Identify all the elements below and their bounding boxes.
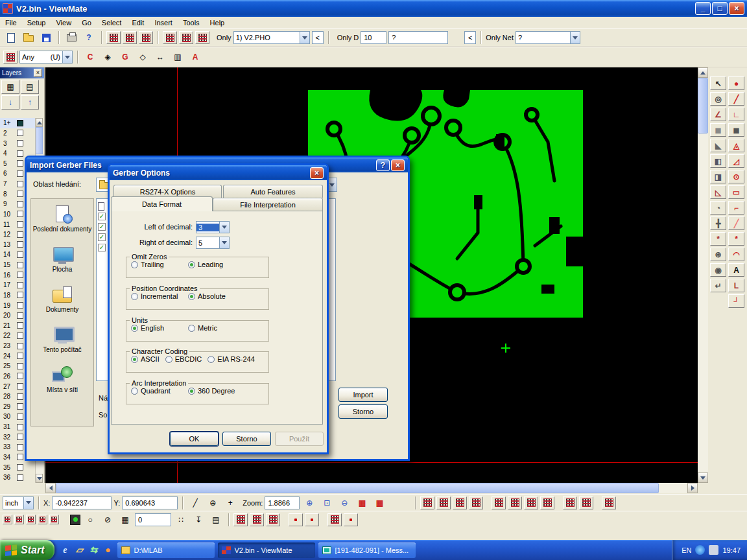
mini-pattern-icon-5[interactable] xyxy=(49,515,59,524)
taskbar-button-mlab[interactable]: D:\MLAB xyxy=(117,542,215,558)
layer-visibility-box[interactable] xyxy=(17,393,23,400)
layer-visibility-box[interactable] xyxy=(17,251,23,258)
dropdown-arrow-icon[interactable] xyxy=(219,237,229,248)
star-burst-icon[interactable]: * xyxy=(710,232,726,246)
text-select-button[interactable]: A xyxy=(187,50,203,64)
layer-visibility-box[interactable] xyxy=(17,241,23,248)
radio-trailing[interactable]: Trailing xyxy=(131,261,188,268)
text-tool-icon[interactable]: A xyxy=(728,263,744,277)
ring-tool-icon[interactable]: ◉ xyxy=(710,263,726,277)
layer-row[interactable]: 3 xyxy=(0,138,36,148)
layer-move-down-button[interactable]: ↓ xyxy=(1,95,19,110)
dot-pattern-icon-3[interactable] xyxy=(344,513,358,526)
layer-select[interactable]: 1) V2.PHO xyxy=(233,31,310,44)
layer-visibility-box[interactable] xyxy=(17,363,23,369)
component-select-button[interactable]: C xyxy=(82,50,98,64)
cancel-button[interactable]: Storno xyxy=(338,404,388,419)
status-traffic-light-icon[interactable] xyxy=(70,515,80,525)
mirror-vertical-icon[interactable]: ◨ xyxy=(710,170,726,183)
highlight-pattern-icon-4[interactable] xyxy=(469,496,483,509)
fill-pattern-icon-1[interactable] xyxy=(233,513,248,526)
layer-visibility-box[interactable] xyxy=(17,211,23,217)
tray-update-icon[interactable] xyxy=(695,545,705,555)
save-button[interactable] xyxy=(38,30,54,45)
highlight-pattern-icon-2[interactable] xyxy=(436,496,451,509)
dcode-input[interactable]: 10 xyxy=(361,31,386,44)
layer-visibility-box[interactable] xyxy=(17,444,23,450)
redline-grid-button[interactable]: ▦ xyxy=(354,496,370,510)
start-button[interactable]: Start xyxy=(0,540,54,560)
menu-item[interactable]: File xyxy=(0,18,22,27)
rotate-tool-icon[interactable]: ⊛ xyxy=(710,248,726,261)
net-select[interactable]: ? xyxy=(516,31,580,44)
new-file-button[interactable] xyxy=(3,30,19,45)
quadrant-icon[interactable]: ◔ xyxy=(710,201,726,215)
menu-item[interactable]: Tools xyxy=(178,18,205,27)
draw-filled-rect-tool-icon[interactable]: ◼ xyxy=(728,123,744,137)
place-recent-documents[interactable]: Poslední dokumenty xyxy=(31,205,93,246)
highlight-pattern-icon-11[interactable] xyxy=(602,496,616,509)
layer-visibility-box[interactable] xyxy=(17,160,23,167)
folder-quicklaunch-icon[interactable]: ▱ xyxy=(73,544,86,557)
zoom-window-button[interactable]: ⊡ xyxy=(319,496,335,510)
tab-rs274x-options[interactable]: RS274-X Options xyxy=(113,185,222,198)
canvas-horizontal-scrollbar[interactable] xyxy=(45,483,698,493)
gerber-select-button[interactable]: G xyxy=(117,50,133,64)
maximize-button[interactable]: □ xyxy=(712,2,728,15)
tab-file-interpretation[interactable]: File Interpretation xyxy=(213,198,323,211)
layers-scroll-thumb[interactable] xyxy=(36,127,43,154)
horizontal-scroll-thumb[interactable] xyxy=(56,483,659,493)
dot-pattern-icon-2[interactable] xyxy=(305,513,319,526)
aperture-table-icon[interactable] xyxy=(106,31,121,44)
circle-mode-button[interactable]: ○ xyxy=(82,513,98,527)
menu-item[interactable]: View xyxy=(51,18,77,27)
layer-visibility-box[interactable] xyxy=(17,170,23,177)
layer-visibility-box[interactable] xyxy=(17,343,23,349)
measure-angle-icon[interactable]: ∠ xyxy=(710,108,726,121)
draw-wedge-tool-icon[interactable]: ◿ xyxy=(728,154,744,168)
layer-visibility-box[interactable] xyxy=(17,424,23,430)
layer-list-button[interactable]: ▤ xyxy=(21,80,39,94)
draw-circle-tool-icon[interactable]: ⊙ xyxy=(728,170,744,183)
import-button[interactable]: Import xyxy=(338,388,388,402)
layer-visibility-box[interactable] xyxy=(17,434,23,440)
print-button[interactable] xyxy=(64,30,79,45)
mini-pattern-icon-3[interactable] xyxy=(26,515,36,524)
layer-row[interactable]: 36 xyxy=(0,472,36,483)
table-mode-button[interactable]: ▦ xyxy=(117,513,133,527)
arrows-quicklaunch-icon[interactable]: ⇆ xyxy=(87,544,100,557)
layers-scroll-up-button[interactable] xyxy=(36,118,43,127)
radio-english[interactable]: English xyxy=(131,324,188,332)
radio-ebcdic[interactable]: EBCDIC xyxy=(165,355,202,363)
layer-visibility-box[interactable] xyxy=(17,272,23,278)
layer-settings-icon[interactable] xyxy=(179,31,193,44)
dot-pattern-icon-1[interactable] xyxy=(289,513,303,526)
zoom-out-button[interactable]: ⊖ xyxy=(337,496,352,510)
scroll-up-button[interactable] xyxy=(698,67,708,78)
draw-corner-trace-tool-icon[interactable]: ∟ xyxy=(728,108,744,121)
highlight-pattern-icon-7[interactable] xyxy=(524,496,538,509)
origin-button[interactable]: ⊕ xyxy=(205,496,220,510)
dropdown-arrow-icon[interactable] xyxy=(62,51,72,63)
crosshair-move-icon[interactable]: ╋ xyxy=(710,216,726,230)
dialog-help-button[interactable]: ? xyxy=(376,159,390,171)
layer-visibility-box[interactable] xyxy=(17,130,23,136)
layer-visibility-box[interactable] xyxy=(17,221,23,228)
layer-visibility-box[interactable] xyxy=(17,322,23,329)
fill-pattern-icon-3[interactable] xyxy=(266,513,280,526)
layer-visibility-box[interactable] xyxy=(17,403,23,410)
letter-l-tool-icon[interactable]: L xyxy=(728,279,744,292)
pointer-tool-icon[interactable]: ↖ xyxy=(710,76,726,90)
highlight-pattern-icon-8[interactable] xyxy=(540,496,554,509)
dropdown-arrow-icon[interactable] xyxy=(570,32,580,43)
grid-step-value[interactable]: 0 xyxy=(135,513,171,526)
dropdown-arrow-icon[interactable] xyxy=(219,222,229,233)
selection-filter-icon[interactable] xyxy=(3,51,18,64)
slope-select-icon[interactable]: ◺ xyxy=(710,185,726,199)
layer-visibility-box[interactable] xyxy=(17,201,23,207)
right-of-decimal-select[interactable]: 5 xyxy=(196,237,230,249)
fill-pattern-icon-4[interactable] xyxy=(327,513,342,526)
draw-thin-trace-tool-icon[interactable]: ╱ xyxy=(728,216,744,230)
layer-visibility-box[interactable] xyxy=(17,414,23,420)
cancel-button[interactable]: Storno xyxy=(222,432,271,446)
